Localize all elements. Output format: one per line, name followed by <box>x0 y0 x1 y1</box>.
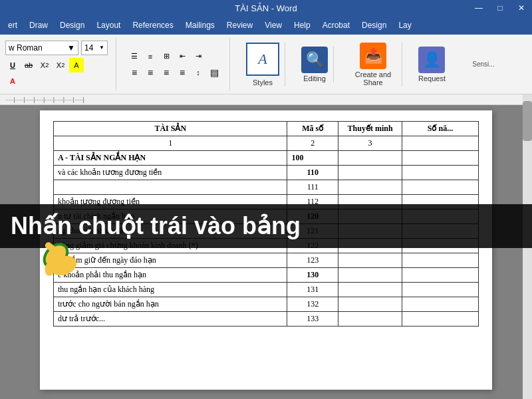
table-number-row: 1 2 3 <box>54 136 479 151</box>
row-132-label: trước cho người bán ngắn hạn <box>54 297 287 312</box>
numbered-list-button[interactable]: ≡ <box>143 49 158 64</box>
styles-group: A Styles <box>241 43 285 86</box>
num-1: 1 <box>54 136 287 151</box>
document-page[interactable]: TÀI SẢN Mã số Thuyết minh Số nă... 1 2 3 <box>40 110 492 390</box>
table-row: và các khoản tương đương tiền 110 <box>54 166 479 180</box>
font-size-selector[interactable]: 14 ▼ <box>81 41 108 55</box>
window-title: TÀI SẢN - Word <box>235 3 297 13</box>
sensitivity-label: Sensi... <box>467 61 500 68</box>
format-buttons: U ab X2 X2 A A <box>5 58 85 88</box>
menu-help[interactable]: Help <box>289 19 316 32</box>
document-area: ·····|·····|·····|·····|·····|·····|····… <box>0 94 532 399</box>
col-header-thuyet: Thuyết minh <box>338 122 402 136</box>
editing-group[interactable]: 🔍 Editing <box>296 47 334 82</box>
bullet-list-button[interactable]: ☰ <box>127 49 142 64</box>
table-row: dư trả trước... 133 <box>54 312 479 327</box>
paragraph-group: ☰ ≡ ⊞ ⇤ ⇥ ≡ ≡ ≡ ≡ ↕ ▤ <box>127 38 230 91</box>
window-controls: — □ ✕ <box>468 0 532 16</box>
strikethrough-button[interactable]: ab <box>21 58 36 72</box>
maximize-button[interactable]: □ <box>489 0 511 16</box>
align-buttons-row: ≡ ≡ ≡ ≡ ↕ ▤ <box>127 65 221 80</box>
styles-label: Styles <box>253 78 273 86</box>
font-name-row: w Roman ▼ 14 ▼ <box>5 41 108 55</box>
menu-design2[interactable]: Design <box>356 19 392 32</box>
num-4 <box>402 136 478 151</box>
menu-review[interactable]: Review <box>221 19 258 32</box>
row-132-code: 132 <box>287 297 338 312</box>
menu-mailings[interactable]: Mailings <box>180 19 220 32</box>
close-button[interactable]: ✕ <box>511 0 532 16</box>
multilevel-list-button[interactable]: ⊞ <box>159 49 174 64</box>
font-group: w Roman ▼ 14 ▼ U ab X2 X2 A A <box>5 38 116 91</box>
row-133-label: dư trả trước... <box>54 312 287 327</box>
table-row: c khoản phải thu ngắn hạn 130 <box>54 268 479 283</box>
menu-acrobat[interactable]: Acrobat <box>317 19 355 32</box>
num-2: 2 <box>287 136 338 151</box>
align-left-button[interactable]: ≡ <box>127 65 142 80</box>
increase-indent-button[interactable]: ⇥ <box>191 49 205 64</box>
table-row: tư nắm giữ đến ngày đáo hạn 123 <box>54 253 479 268</box>
table-header-row: TÀI SẢN Mã số Thuyết minh Số nă... <box>54 122 479 136</box>
row-111-code: 111 <box>287 180 338 195</box>
table-row: A - TÀI SẢN NGẮN HẠN 100 <box>54 151 479 166</box>
align-right-button[interactable]: ≡ <box>159 65 174 80</box>
section-a-label: A - TÀI SẢN NGẮN HẠN <box>54 151 287 166</box>
underline-button[interactable]: U <box>5 58 20 72</box>
line-spacing-button[interactable]: ↕ <box>191 65 205 80</box>
row-130-code: 130 <box>287 268 338 283</box>
col-header-ma: Mã số <box>287 122 338 136</box>
row-111-label <box>54 180 287 195</box>
justify-button[interactable]: ≡ <box>175 65 190 80</box>
table-row: 111 <box>54 180 479 195</box>
col-header-asset: TÀI SẢN <box>54 122 287 136</box>
ribbon: w Roman ▼ 14 ▼ U ab X2 X2 A A ☰ <box>0 35 532 94</box>
editing-icon: 🔍 <box>301 47 328 73</box>
sensitivity-group[interactable]: Sensi... <box>462 61 505 68</box>
table-row: trước cho người bán ngắn hạn 132 <box>54 297 479 312</box>
num-3: 3 <box>338 136 402 151</box>
subscript-button[interactable]: X2 <box>37 58 52 72</box>
ruler: ·····|·····|·····|·····|·····|·····|····… <box>0 94 532 105</box>
menu-lay[interactable]: Lay <box>393 19 416 32</box>
row-131-code: 131 <box>287 283 338 297</box>
request-group[interactable]: 👤 Request <box>413 47 451 82</box>
highlight-button[interactable]: A <box>69 58 84 72</box>
row-133-code: 133 <box>287 312 338 327</box>
minimize-button[interactable]: — <box>468 0 489 16</box>
font-name-selector[interactable]: w Roman ▼ <box>5 41 78 55</box>
create-share-icon: 📤 <box>360 43 386 69</box>
font-color-button[interactable]: A <box>5 74 20 88</box>
create-share-group[interactable]: 📤 Create and Share <box>344 43 402 86</box>
superscript-button[interactable]: X2 <box>53 58 68 72</box>
col-header-so: Số nă... <box>402 122 478 136</box>
request-icon: 👤 <box>418 47 445 73</box>
scrollbar-thumb[interactable] <box>523 101 532 141</box>
paragraph-buttons: ☰ ≡ ⊞ ⇤ ⇥ ≡ ≡ ≡ ≡ ↕ ▤ <box>127 49 221 80</box>
create-share-label: Create and Share <box>350 70 396 86</box>
section-a-code: 100 <box>287 151 338 166</box>
decrease-indent-button[interactable]: ⇤ <box>175 49 190 64</box>
list-buttons-row: ☰ ≡ ⊞ ⇤ ⇥ <box>127 49 221 64</box>
menu-insert[interactable]: ert <box>3 19 23 32</box>
styles-icon[interactable]: A <box>246 43 279 76</box>
row-123-code: 123 <box>287 253 338 268</box>
align-center-button[interactable]: ≡ <box>143 65 158 80</box>
menu-draw[interactable]: Draw <box>24 19 53 32</box>
row-110-code: 110 <box>287 166 338 180</box>
request-label: Request <box>418 74 446 82</box>
row-110-label: và các khoản tương đương tiền <box>54 166 287 180</box>
menu-bar: ert Draw Design Layout References Mailin… <box>0 16 532 35</box>
menu-references[interactable]: References <box>127 19 178 32</box>
title-bar: TÀI SẢN - Word — □ ✕ <box>0 0 532 16</box>
editing-label: Editing <box>303 74 326 82</box>
font-selectors: w Roman ▼ 14 ▼ U ab X2 X2 A A <box>5 41 108 88</box>
table-row: thu ngắn hạn của khách hàng 131 <box>54 283 479 297</box>
shading-button[interactable]: ▤ <box>207 65 221 80</box>
menu-design[interactable]: Design <box>55 19 90 32</box>
svg-point-4 <box>45 263 54 276</box>
menu-layout[interactable]: Layout <box>91 19 126 32</box>
menu-view[interactable]: View <box>259 19 287 32</box>
